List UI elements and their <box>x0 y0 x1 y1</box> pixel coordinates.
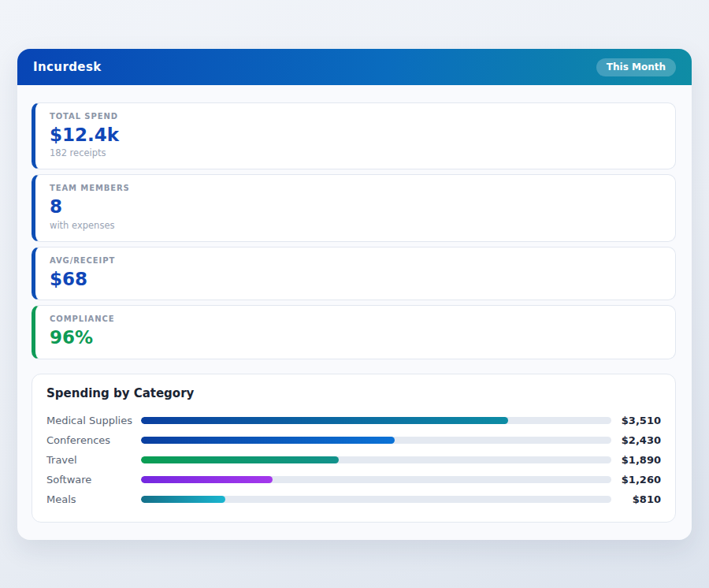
stat-card-team-members: TEAM MEMBERS 8 with expenses <box>32 174 676 241</box>
stat-value: 96% <box>50 327 661 348</box>
bar-track <box>141 496 611 503</box>
category-label: Travel <box>46 454 141 466</box>
spending-by-category-card: Spending by Category Medical Supplies $3… <box>32 374 676 523</box>
category-label: Meals <box>46 493 141 505</box>
bar-track <box>141 456 611 463</box>
stat-card-compliance: COMPLIANCE 96% <box>32 305 676 359</box>
stat-card-total-spend: TOTAL SPEND $12.4k 182 receipts <box>32 102 676 169</box>
stat-subtext: 182 receipts <box>50 147 661 158</box>
bar-fill <box>141 437 395 444</box>
stat-label: TEAM MEMBERS <box>50 184 661 192</box>
stat-label: AVG/RECEIPT <box>50 256 661 265</box>
stat-label: COMPLIANCE <box>50 314 661 323</box>
stat-value: $68 <box>50 269 661 289</box>
app-title: Incurdesk <box>33 60 102 74</box>
bar-track <box>141 437 611 444</box>
bar-track <box>141 476 611 483</box>
bar-fill <box>141 476 273 483</box>
category-row-medical-supplies: Medical Supplies $3,510 <box>46 411 661 430</box>
stat-card-avg-receipt: AVG/RECEIPT $68 <box>32 247 676 300</box>
category-label: Conferences <box>46 434 141 446</box>
category-label: Medical Supplies <box>46 415 141 426</box>
panel-body: TOTAL SPEND $12.4k 182 receipts TEAM MEM… <box>17 85 692 523</box>
bar-fill <box>141 417 508 424</box>
category-value: $1,260 <box>618 474 661 486</box>
category-value: $3,510 <box>618 415 661 426</box>
category-row-travel: Travel $1,890 <box>46 450 661 470</box>
category-row-software: Software $1,260 <box>46 470 661 489</box>
category-row-conferences: Conferences $2,430 <box>46 430 661 450</box>
bar-fill <box>141 496 225 503</box>
stat-subtext: with expenses <box>50 220 661 231</box>
category-value: $2,430 <box>618 434 661 446</box>
period-badge[interactable]: This Month <box>596 58 676 76</box>
category-row-meals: Meals $810 <box>46 489 661 509</box>
stat-value: $12.4k <box>50 125 661 145</box>
chart-title: Spending by Category <box>46 386 661 400</box>
category-value: $1,890 <box>618 454 661 466</box>
dashboard-panel: Incurdesk This Month TOTAL SPEND $12.4k … <box>17 49 692 540</box>
stat-value: 8 <box>50 196 661 217</box>
bar-fill <box>141 456 339 463</box>
category-label: Software <box>46 474 141 486</box>
bar-track <box>141 417 611 424</box>
stat-label: TOTAL SPEND <box>50 112 661 121</box>
app-header: Incurdesk This Month <box>17 49 692 85</box>
category-value: $810 <box>618 493 661 505</box>
